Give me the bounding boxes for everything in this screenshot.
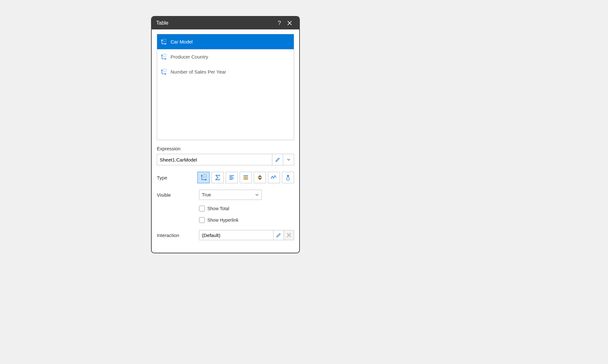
- delta-icon: [257, 174, 263, 181]
- sparkline-icon: [270, 174, 277, 181]
- text-left-icon: [228, 174, 235, 181]
- gauge-icon: [285, 174, 291, 181]
- type-buttons: [197, 172, 294, 183]
- expression-row: [157, 154, 294, 165]
- type-text-left-button[interactable]: [226, 172, 238, 183]
- dimension-icon: [160, 69, 167, 75]
- visible-select[interactable]: True: [199, 190, 262, 200]
- svg-point-12: [287, 175, 289, 177]
- type-row: Type: [157, 172, 294, 183]
- help-button[interactable]: ?: [274, 18, 284, 28]
- expression-edit-button[interactable]: [272, 154, 283, 165]
- dimension-icon: [160, 54, 167, 60]
- titlebar: Table ?: [152, 17, 299, 29]
- show-total-label: Show Total: [207, 206, 229, 211]
- field-item-car-model[interactable]: Car Model: [157, 34, 294, 49]
- dimension-icon: [160, 39, 167, 45]
- visible-row: Visible True: [157, 190, 294, 200]
- svg-point-13: [287, 178, 290, 180]
- interaction-row: Interaction: [157, 230, 294, 240]
- type-gauge-button[interactable]: [282, 172, 294, 183]
- tools-icon: [286, 233, 292, 238]
- type-label: Type: [157, 175, 197, 180]
- expression-label: Expression: [157, 146, 294, 151]
- interaction-input[interactable]: [199, 230, 273, 240]
- text-stack-icon: [243, 174, 249, 181]
- svg-rect-1: [164, 54, 166, 57]
- field-item-label: Number of Sales Per Year: [171, 69, 226, 75]
- type-dimension-button[interactable]: [197, 172, 210, 183]
- field-item-producer-country[interactable]: Producer Country: [157, 49, 294, 64]
- field-item-number-of-sales[interactable]: Number of Sales Per Year: [157, 64, 294, 79]
- expression-dropdown-button[interactable]: [283, 154, 294, 165]
- svg-rect-3: [204, 174, 206, 177]
- type-text-stack-button[interactable]: [240, 172, 252, 183]
- dialog-title: Table: [156, 20, 274, 26]
- pencil-icon: [275, 157, 280, 162]
- close-icon: [287, 20, 292, 26]
- chevron-down-icon: [287, 158, 291, 162]
- field-item-label: Car Model: [171, 39, 193, 44]
- expression-input[interactable]: [157, 154, 272, 165]
- sigma-icon: [214, 174, 221, 181]
- visible-value: True: [202, 192, 211, 197]
- interaction-label: Interaction: [157, 233, 199, 238]
- close-button[interactable]: [284, 18, 295, 28]
- dimension-icon: [200, 174, 207, 181]
- show-total-checkbox[interactable]: Show Total: [199, 206, 294, 211]
- pencil-icon: [276, 233, 281, 238]
- show-hyperlink-checkbox[interactable]: Show Hyperlink: [199, 217, 294, 223]
- checkbox-icon: [199, 217, 205, 223]
- interaction-edit-button[interactable]: [273, 230, 284, 240]
- type-sparkline-button[interactable]: [268, 172, 280, 183]
- visible-label: Visible: [157, 192, 199, 198]
- svg-rect-0: [164, 39, 166, 42]
- interaction-group: [199, 230, 294, 240]
- dialog-body: Car Model Producer Country Number of Sal…: [152, 29, 299, 253]
- field-list[interactable]: Car Model Producer Country Number of Sal…: [157, 34, 294, 140]
- field-item-label: Producer Country: [171, 54, 208, 59]
- svg-rect-2: [164, 69, 166, 72]
- type-measure-button[interactable]: [212, 172, 224, 183]
- checkbox-icon: [199, 206, 205, 211]
- chevron-down-icon: [255, 193, 259, 197]
- show-hyperlink-label: Show Hyperlink: [207, 218, 238, 223]
- type-delta-button[interactable]: [254, 172, 266, 183]
- interaction-clear-button: [284, 230, 294, 240]
- table-dialog: Table ? Car Model Producer: [151, 16, 300, 253]
